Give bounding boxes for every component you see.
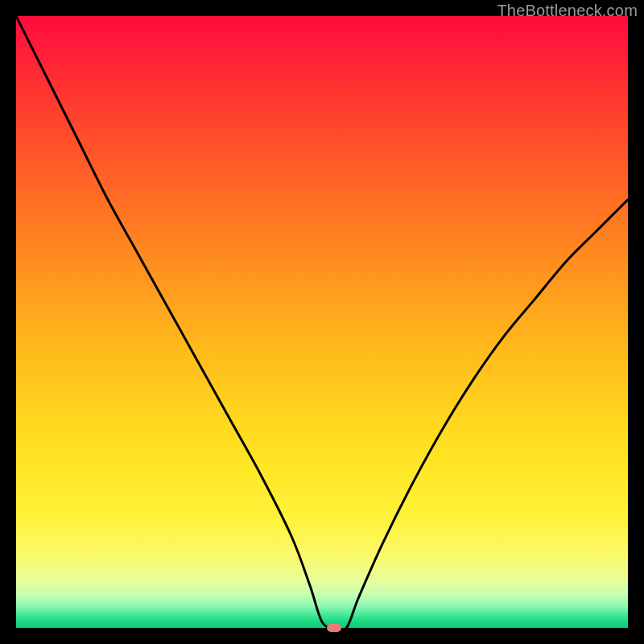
plot-area: [16, 16, 628, 628]
curve-line: [16, 16, 628, 628]
minimum-marker: [327, 624, 341, 632]
chart-frame: TheBottleneck.com: [0, 0, 644, 644]
